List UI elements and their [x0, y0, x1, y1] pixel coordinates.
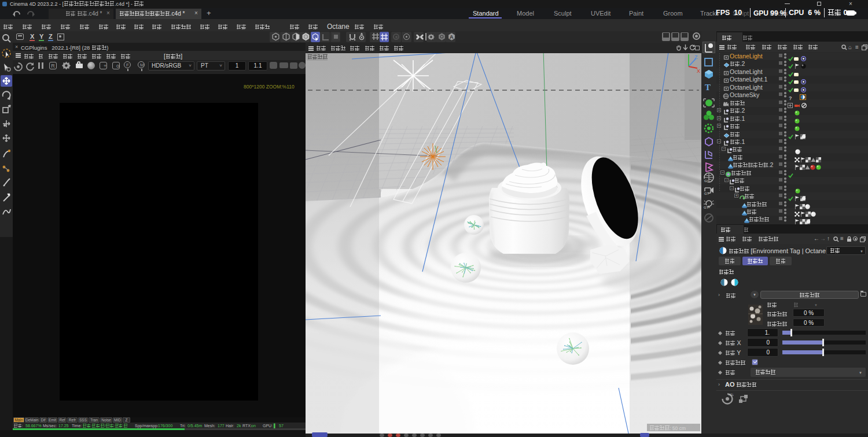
svg-text:Z: Z: [694, 54, 698, 60]
svg-text:A: A: [450, 34, 454, 40]
svg-text:HELP: HELP: [729, 394, 734, 397]
svg-text:X: X: [697, 68, 700, 74]
svg-text:GI: GI: [704, 179, 708, 183]
svg-text:GT: GT: [704, 192, 709, 195]
svg-text:GT: GT: [704, 206, 709, 209]
svg-text:T: T: [705, 83, 711, 92]
